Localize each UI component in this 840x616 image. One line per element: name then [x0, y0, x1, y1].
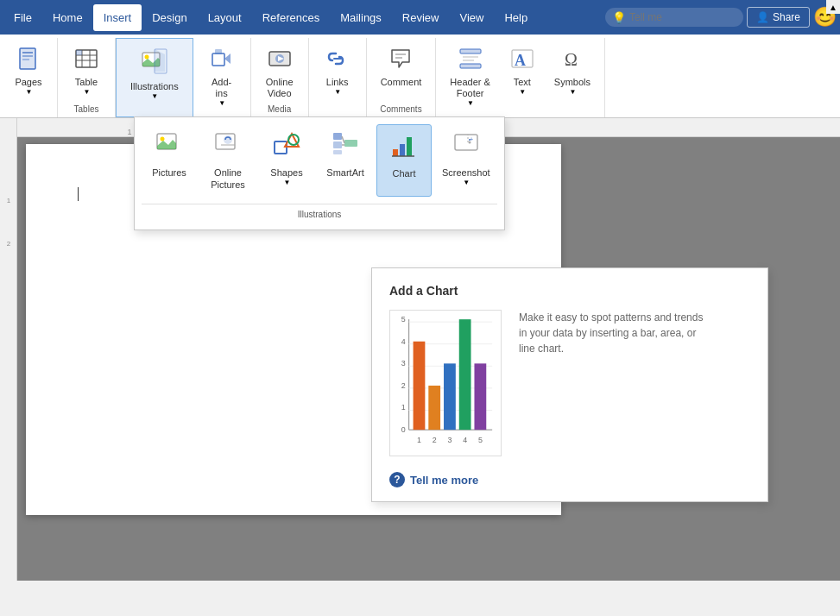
pages-icon	[16, 47, 41, 75]
symbols-dropdown-arrow: ▼	[569, 88, 576, 96]
svg-rect-14	[212, 53, 224, 66]
shapes-dropdown-arrow: ▼	[284, 179, 291, 186]
text-icon: A	[510, 47, 534, 75]
ribbon-group-illustrations: Illustrations ▼	[116, 38, 193, 117]
svg-rect-25	[460, 64, 481, 68]
comment-button[interactable]: Comment	[374, 41, 429, 93]
svg-text:A: A	[515, 52, 526, 69]
menu-design[interactable]: Design	[142, 4, 197, 31]
illustrations-button[interactable]: Illustrations ▼	[123, 42, 186, 105]
links-label: Links	[326, 77, 349, 88]
chart-label: Chart	[393, 167, 416, 179]
smartart-label: SmartArt	[326, 167, 363, 179]
share-button[interactable]: 👤 Share	[747, 7, 810, 28]
chart-button[interactable]: Chart	[376, 124, 432, 197]
svg-rect-69	[474, 363, 486, 430]
online-video-label: OnlineVideo	[266, 77, 294, 99]
menu-review[interactable]: Review	[392, 4, 450, 31]
addins-button[interactable]: Add-ins ▼	[200, 41, 243, 112]
menu-help[interactable]: Help	[494, 4, 538, 31]
links-icon	[325, 47, 350, 75]
tables-group-label: Tables	[74, 104, 99, 116]
svg-text:1: 1	[401, 404, 406, 412]
table-icon	[74, 47, 98, 75]
text-button[interactable]: A Text ▼	[501, 41, 544, 101]
media-group-label: Media	[268, 104, 291, 116]
svg-rect-4	[22, 59, 29, 60]
ribbon-collapse-button[interactable]: ▲	[826, 0, 840, 14]
text-dropdown-arrow: ▼	[519, 88, 526, 96]
chart-popup-body: 0 1 2 3 4 5	[389, 310, 750, 458]
pages-button[interactable]: Pages ▼	[7, 41, 50, 101]
chart-popup-title: Add a Chart	[389, 284, 750, 298]
links-button[interactable]: Links ▼	[316, 41, 359, 101]
svg-text:4: 4	[401, 337, 406, 346]
screenshot-label: Screenshot	[442, 167, 490, 179]
table-label: Table	[75, 77, 98, 88]
symbols-button[interactable]: Ω Symbols ▼	[547, 41, 597, 101]
chart-popup: Add a Chart 0 1 2 3 4 5	[371, 267, 768, 502]
menu-file[interactable]: File	[3, 4, 42, 31]
svg-rect-66	[428, 386, 440, 430]
online-video-icon	[268, 47, 292, 75]
mini-chart: 0 1 2 3 4 5	[389, 310, 502, 458]
addins-icon	[210, 47, 234, 75]
header-footer-button[interactable]: Header &Footer ▼	[443, 41, 496, 112]
online-video-button[interactable]: OnlineVideo	[258, 41, 301, 104]
svg-text:4: 4	[463, 436, 467, 444]
online-pictures-button[interactable]: OnlinePictures	[200, 124, 256, 197]
addins-dropdown-arrow: ▼	[218, 99, 225, 107]
menu-layout[interactable]: Layout	[198, 4, 252, 31]
shapes-label: Shapes	[270, 167, 302, 179]
svg-rect-2	[22, 52, 33, 53]
smartart-button[interactable]: SmartArt	[318, 124, 373, 197]
share-label: Share	[773, 11, 800, 23]
illustrations-group-label: Illustrations	[142, 204, 497, 219]
screenshot-button[interactable]: + Screenshot ▼	[435, 124, 497, 197]
text-label: Text	[514, 77, 531, 88]
ribbon-group-links: Links ▼	[309, 38, 367, 117]
ribbon-group-pages: Pages ▼	[0, 38, 58, 117]
header-footer-label: Header &Footer	[450, 77, 489, 99]
svg-point-33	[161, 137, 165, 141]
smartart-icon	[332, 129, 359, 163]
pictures-label: Pictures	[152, 167, 186, 179]
chart-popup-description: Make it easy to spot patterns and trends…	[519, 310, 709, 356]
table-button[interactable]: Table ▼	[65, 41, 108, 101]
svg-rect-68	[459, 319, 471, 430]
svg-rect-10	[76, 50, 82, 55]
ribbon-group-comments: Comment Comments	[367, 38, 437, 117]
illustrations-icon	[141, 47, 168, 79]
menu-references[interactable]: References	[252, 4, 330, 31]
menu-mailings[interactable]: Mailings	[330, 4, 392, 31]
svg-text:0: 0	[401, 425, 406, 434]
menu-view[interactable]: View	[449, 4, 494, 31]
svg-text:3: 3	[401, 359, 406, 368]
pictures-button[interactable]: Pictures	[142, 124, 197, 197]
screenshot-icon: +	[452, 129, 480, 163]
svg-text:5: 5	[478, 436, 483, 444]
pages-dropdown-arrow: ▼	[26, 88, 33, 96]
svg-text:5: 5	[401, 315, 406, 324]
shapes-button[interactable]: Shapes ▼	[259, 124, 314, 197]
illustrations-label: Illustrations	[130, 81, 179, 92]
shapes-icon	[273, 129, 300, 163]
illustrations-panel: Pictures OnlinePictures Shapes ▼ SmartAr…	[134, 116, 505, 230]
ribbon: Pages ▼ Table ▼ Tables	[0, 35, 840, 118]
pages-label: Pages	[15, 77, 41, 88]
online-pictures-label: OnlinePictures	[211, 167, 245, 192]
menu-home[interactable]: Home	[42, 4, 93, 31]
svg-point-12	[144, 55, 148, 60]
svg-rect-43	[344, 140, 357, 147]
tell-more-link[interactable]: Tell me more	[410, 474, 478, 487]
svg-text:1: 1	[417, 436, 421, 444]
menu-insert[interactable]: Insert	[93, 4, 142, 31]
svg-rect-40	[333, 133, 342, 140]
addins-label: Add-ins	[212, 77, 231, 99]
ribbon-group-media: OnlineVideo Media	[251, 38, 309, 117]
pictures-icon	[155, 129, 183, 163]
svg-text:1: 1	[7, 197, 11, 204]
comment-label: Comment	[381, 77, 422, 88]
svg-rect-15	[215, 49, 222, 54]
vertical-ruler: 1 2	[0, 118, 17, 581]
